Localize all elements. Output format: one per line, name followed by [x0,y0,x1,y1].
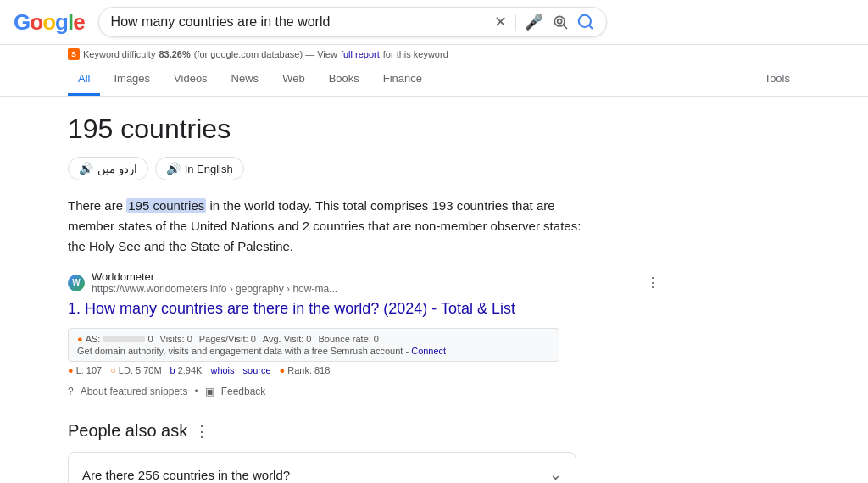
speaker-icon-en: 🔊 [166,162,181,175]
metric-bounce: Bounce rate: 0 [318,334,379,344]
source-link[interactable]: source [243,365,271,375]
source-row: W Worldometer https://www.worldometers.i… [68,270,661,295]
bounce-value: 0 [374,334,379,344]
snippet-footer: ? About featured snippets • ▣ Feedback [68,386,661,397]
pages-value: 0 [251,334,256,344]
paa-title: People also ask [68,421,187,441]
language-buttons: 🔊 اردو میں 🔊 In English [68,157,661,180]
snippet-description: There are 195 countries in the world tod… [68,196,593,257]
tab-all[interactable]: All [68,64,100,96]
question-icon: ? [68,386,74,397]
result-number: 1. [68,300,81,317]
ld-label: LD: [119,365,133,375]
seo-difficulty-bar: S Keyword difficulty 83.26% (for google.… [0,45,868,64]
semrush-promo-row: Get domain authority, visits and engagem… [77,346,550,356]
separator: • [194,386,198,397]
as-value: 0 [147,334,153,344]
metric-visits: Visits: 0 [160,334,192,344]
tab-images[interactable]: Images [103,64,160,96]
speaker-icon: 🔊 [79,162,93,175]
avg-value: 0 [306,334,311,344]
divider [515,14,516,31]
metric-as: ● AS: 0 [77,334,153,344]
seo-metrics-box: ● AS: 0 Visits: 0 Pages/Visit: 0 Avg. Vi… [68,328,559,362]
paa-menu-icon[interactable]: ⋮ [194,422,209,441]
paa-question-text-1: Are there 256 countries in the world? [82,468,290,482]
featured-answer: 195 countries [68,114,661,145]
result-title-text: How many countries are there in the worl… [85,300,515,317]
metric-rank: ● Rank: 818 [280,365,331,375]
main-content: 195 countries 🔊 اردو میں 🔊 In English Th… [0,97,729,483]
paa-header: People also ask ⋮ [68,421,661,441]
people-also-ask-section: People also ask ⋮ Are there 256 countrie… [68,421,661,483]
extra-metrics-row: ● L: 107 ○ LD: 5.70M b 2.94K whois sourc… [68,365,559,375]
semrush-text: Get domain authority, visits and engagem… [77,346,409,356]
arabic-label: اردو میں [97,163,137,175]
l-label: L: [76,365,84,375]
tab-videos[interactable]: Videos [164,64,218,96]
full-report-link[interactable]: full report [341,49,380,59]
header: Google ✕ 🎤 [0,0,868,45]
tab-tools[interactable]: Tools [754,64,800,96]
metric-ld: ○ LD: 5.70M [110,365,161,375]
result-title-link[interactable]: 1. How many countries are there in the w… [68,298,559,319]
english-label: In English [185,163,233,175]
google-logo: Google [14,9,85,36]
tab-finance[interactable]: Finance [373,64,432,96]
bounce-label: Bounce rate: [318,334,370,344]
feedback-link[interactable]: Feedback [221,386,266,397]
svg-point-0 [554,16,565,26]
chevron-down-icon-1: ⌄ [549,465,562,483]
nav-tabs: All Images Videos News Web Books Finance… [0,64,868,97]
source-favicon: W [68,275,85,291]
arabic-pronunciation-button[interactable]: 🔊 اردو میں [68,157,148,180]
semrush-icon: S [68,48,80,60]
paa-question-1[interactable]: Are there 256 countries in the world? ⌄ [69,453,576,483]
metric-avg: Avg. Visit: 0 [263,334,312,344]
tab-news[interactable]: News [221,64,270,96]
search-bar: ✕ 🎤 [98,7,607,37]
source-info: Worldometer https://www.worldometers.inf… [92,270,337,295]
rank-value: 818 [314,365,330,375]
keyword-difficulty-label: Keyword difficulty [83,49,155,59]
semrush-connect-link[interactable]: Connect [411,346,446,356]
tab-books[interactable]: Books [319,64,370,96]
l-value: 107 [86,365,102,375]
metric-pages: Pages/Visit: 0 [199,334,256,344]
tab-web[interactable]: Web [272,64,315,96]
about-featured-snippets-link[interactable]: About featured snippets [81,386,188,397]
avg-label: Avg. Visit: [263,334,304,344]
metrics-row: ● AS: 0 Visits: 0 Pages/Visit: 0 Avg. Vi… [77,334,550,344]
visits-value: 0 [187,334,192,344]
pages-label: Pages/Visit: [199,334,248,344]
difficulty-suffix: for this keyword [383,49,448,59]
whois-link[interactable]: whois [210,365,234,375]
feedback-icon: ▣ [205,386,214,397]
description-before: There are [68,198,126,213]
highlighted-term: 195 countries [126,198,206,213]
metric-b: b 2.94K [170,365,203,375]
clear-button[interactable]: ✕ [494,13,507,31]
source-url: https://www.worldometers.info › geograph… [92,283,337,295]
as-label: AS: [86,334,101,344]
voice-search-button[interactable]: 🎤 [525,13,543,31]
difficulty-value: 83.26% [159,49,190,59]
english-pronunciation-button[interactable]: 🔊 In English [155,157,244,180]
source-menu-button[interactable]: ⋮ [644,275,661,291]
search-icons: ✕ 🎤 [494,13,594,31]
svg-point-1 [557,19,561,24]
difficulty-context: (for google.com database) — View [194,49,337,59]
image-search-button[interactable] [552,14,569,31]
rank-label: Rank: [287,365,312,375]
visits-label: Visits: [160,334,185,344]
search-input[interactable] [111,14,487,30]
search-button[interactable] [577,14,594,31]
search-bar-wrapper: ✕ 🎤 [98,7,607,37]
b-value: 2.94K [178,365,203,375]
metric-l: ● L: 107 [68,365,102,375]
source-name: Worldometer [92,270,337,283]
ld-value: 5.70M [136,365,162,375]
as-bar [103,336,145,342]
paa-item-1[interactable]: Are there 256 countries in the world? ⌄ [68,452,576,483]
